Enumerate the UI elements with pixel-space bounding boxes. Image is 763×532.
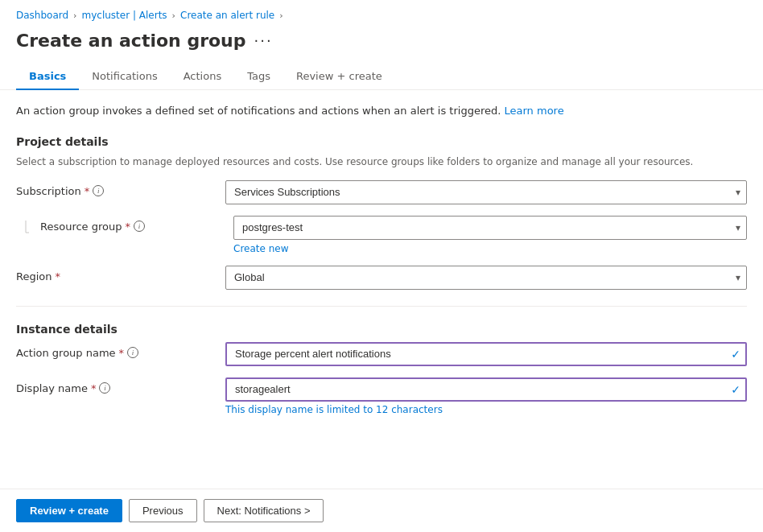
subscription-info-icon[interactable]: i xyxy=(93,185,104,196)
project-details-description: Select a subscription to manage deployed… xyxy=(16,155,747,169)
breadcrumb: Dashboard › mycluster | Alerts › Create … xyxy=(0,0,763,27)
display-name-input-wrapper: ✓ xyxy=(225,377,747,402)
instance-details-section: Instance details Action group name * i ✓… xyxy=(16,323,747,415)
display-name-required: * xyxy=(91,382,97,394)
page-title: Create an action group xyxy=(16,31,246,51)
footer: Review + create Previous Next: Notificat… xyxy=(0,489,763,532)
project-details-title: Project details xyxy=(16,135,747,148)
page-description: An action group invokes a defined set of… xyxy=(16,103,747,119)
region-label-col: Region * xyxy=(16,266,217,282)
resource-group-dropdown-wrapper: postgres-test ▾ xyxy=(233,216,747,240)
resource-group-row: Resource group * i postgres-test ▾ Creat… xyxy=(16,216,747,254)
instance-details-title: Instance details xyxy=(16,323,747,336)
action-group-name-required: * xyxy=(119,347,125,359)
tab-tags[interactable]: Tags xyxy=(234,64,283,90)
subscription-row: Subscription * i Services Subscriptions … xyxy=(16,180,747,204)
char-limit-text: This display name is limited to 12 chara… xyxy=(225,404,747,415)
display-name-row: Display name * i ✓ This display name is … xyxy=(16,377,747,415)
region-control: Global ▾ xyxy=(225,266,747,290)
region-row: Region * Global ▾ xyxy=(16,266,747,290)
resource-group-dropdown[interactable]: postgres-test xyxy=(233,216,747,240)
review-create-button[interactable]: Review + create xyxy=(16,499,122,522)
resource-group-info-icon[interactable]: i xyxy=(134,221,145,232)
previous-button[interactable]: Previous xyxy=(129,499,197,522)
next-button[interactable]: Next: Notifications > xyxy=(204,499,324,522)
indent-connector-icon xyxy=(16,221,29,245)
display-name-label: Display name xyxy=(16,382,88,394)
subscription-dropdown-wrapper: Services Subscriptions ▾ xyxy=(225,180,747,204)
create-new-link[interactable]: Create new xyxy=(233,243,289,254)
project-details-section: Project details Select a subscription to… xyxy=(16,135,747,290)
content-area: An action group invokes a defined set of… xyxy=(0,90,763,439)
action-group-name-info-icon[interactable]: i xyxy=(127,347,138,358)
tab-basics[interactable]: Basics xyxy=(16,64,79,90)
tab-actions[interactable]: Actions xyxy=(171,64,235,90)
breadcrumb-sep-2: › xyxy=(172,10,175,21)
breadcrumb-mycluster[interactable]: mycluster | Alerts xyxy=(82,10,167,21)
action-group-name-label-col: Action group name * i xyxy=(16,342,217,359)
region-dropdown[interactable]: Global xyxy=(225,266,747,290)
subscription-control: Services Subscriptions ▾ xyxy=(225,180,747,204)
resource-group-control: postgres-test ▾ Create new xyxy=(233,216,747,254)
indent-line xyxy=(16,216,32,245)
display-name-label-col: Display name * i xyxy=(16,377,217,394)
action-group-name-control: ✓ xyxy=(225,342,747,366)
breadcrumb-alert-rule[interactable]: Create an alert rule xyxy=(180,10,274,21)
action-group-name-row: Action group name * i ✓ xyxy=(16,342,747,366)
more-options-icon[interactable]: ··· xyxy=(254,32,273,49)
subscription-label: Subscription xyxy=(16,185,81,197)
subscription-dropdown[interactable]: Services Subscriptions xyxy=(225,180,747,204)
learn-more-link[interactable]: Learn more xyxy=(505,105,564,117)
action-group-name-input[interactable] xyxy=(225,342,747,366)
resource-group-required: * xyxy=(126,221,131,233)
subscription-label-col: Subscription * i xyxy=(16,180,217,197)
display-name-input[interactable] xyxy=(225,377,747,402)
display-name-control: ✓ This display name is limited to 12 cha… xyxy=(225,377,747,415)
action-group-name-label: Action group name xyxy=(16,347,116,359)
display-name-info-icon[interactable]: i xyxy=(99,382,110,394)
subscription-required: * xyxy=(85,185,90,197)
tab-bar: Basics Notifications Actions Tags Review… xyxy=(0,64,763,90)
breadcrumb-dashboard[interactable]: Dashboard xyxy=(16,10,68,21)
page-header: Create an action group ··· xyxy=(0,27,763,64)
region-dropdown-wrapper: Global ▾ xyxy=(225,266,747,290)
region-required: * xyxy=(56,270,61,282)
region-label: Region xyxy=(16,270,52,282)
tab-review-create[interactable]: Review + create xyxy=(283,64,395,90)
tab-notifications[interactable]: Notifications xyxy=(79,64,170,90)
resource-group-label-col: Resource group * i xyxy=(40,216,225,233)
action-group-name-input-wrapper: ✓ xyxy=(225,342,747,366)
breadcrumb-sep-1: › xyxy=(73,10,76,21)
section-divider xyxy=(16,306,747,307)
resource-group-label: Resource group xyxy=(40,221,122,233)
breadcrumb-sep-3: › xyxy=(279,10,283,21)
